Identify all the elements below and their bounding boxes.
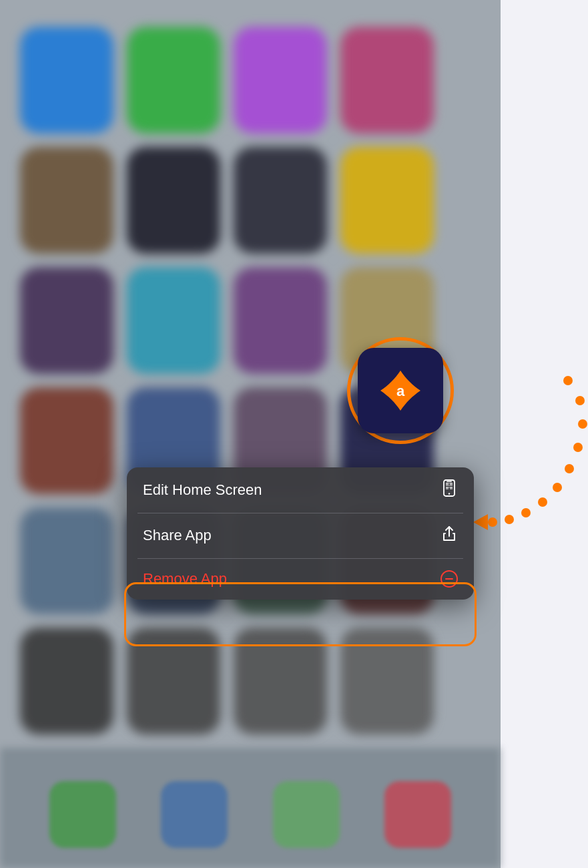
app-blob	[20, 628, 113, 734]
svg-point-12	[563, 376, 573, 385]
app-blob	[20, 507, 113, 614]
annotation-arrow	[468, 367, 588, 654]
app-blob	[20, 387, 113, 494]
app-blob	[234, 27, 327, 134]
app-blob	[20, 267, 113, 374]
svg-point-13	[575, 396, 585, 405]
svg-point-16	[565, 464, 574, 473]
edit-home-screen-item[interactable]: Edit Home Screen	[127, 467, 474, 513]
dock-app-4	[384, 781, 451, 848]
app-blob	[234, 147, 327, 254]
dock-app-1	[49, 781, 116, 848]
app-blob	[127, 267, 220, 374]
svg-text:a: a	[396, 383, 405, 399]
share-app-item[interactable]: Share App	[127, 513, 474, 558]
svg-rect-8	[450, 483, 453, 485]
svg-point-18	[538, 497, 547, 507]
svg-rect-2	[447, 481, 452, 483]
svg-point-15	[573, 443, 583, 452]
app-blob	[127, 27, 220, 134]
avast-logo-icon: a	[376, 367, 424, 415]
minus-line	[445, 578, 453, 580]
svg-point-21	[488, 517, 497, 527]
svg-rect-10	[450, 487, 453, 489]
app-blob	[127, 147, 220, 254]
app-blob	[20, 27, 113, 134]
dock-app-3	[273, 781, 340, 848]
app-blob	[340, 628, 434, 734]
share-app-label: Share App	[143, 527, 212, 544]
avast-app-icon[interactable]: a	[358, 348, 443, 433]
svg-point-19	[521, 508, 531, 517]
share-icon	[440, 525, 458, 546]
app-blob	[340, 27, 434, 134]
app-blob	[234, 267, 327, 374]
app-blob	[234, 628, 327, 734]
remove-app-item[interactable]: Remove App	[127, 558, 474, 600]
app-blob	[127, 628, 220, 734]
dock-app-2	[161, 781, 228, 848]
app-blob	[340, 147, 434, 254]
phone-icon	[440, 479, 458, 501]
svg-rect-7	[446, 483, 449, 485]
svg-point-3	[449, 493, 450, 494]
svg-rect-9	[446, 487, 449, 489]
svg-marker-22	[473, 514, 488, 530]
svg-point-14	[578, 419, 587, 429]
app-blob	[20, 147, 113, 254]
svg-point-17	[553, 483, 562, 492]
app-icon-highlight: a	[347, 337, 454, 444]
edit-home-screen-label: Edit Home Screen	[143, 481, 262, 499]
dock	[0, 781, 501, 848]
minus-circle-icon	[440, 570, 458, 588]
remove-app-label: Remove App	[143, 570, 227, 588]
svg-point-20	[505, 515, 514, 524]
context-menu: Edit Home Screen Share App	[127, 467, 474, 600]
